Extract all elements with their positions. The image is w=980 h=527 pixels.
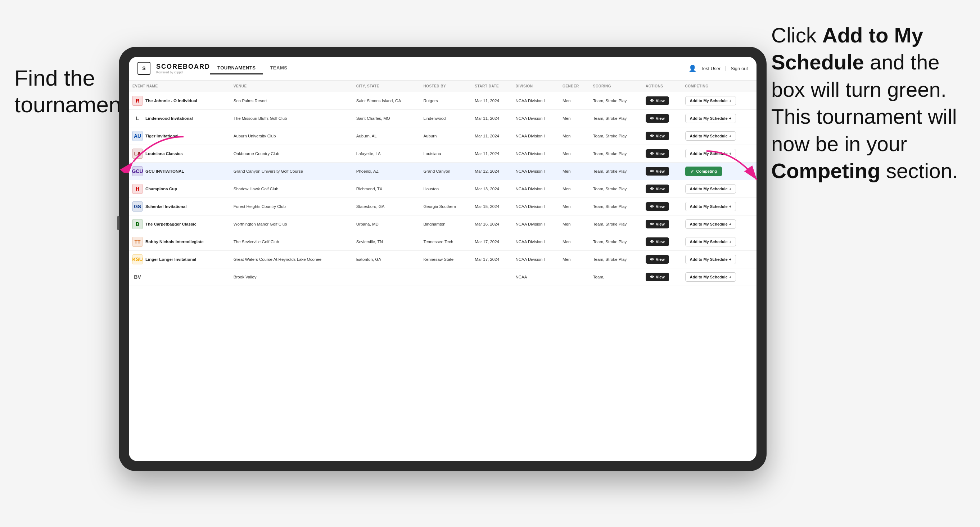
competing-button[interactable]: ✓ Competing: [685, 167, 722, 176]
table-row: B The Carpetbagger Classic Worthington M…: [129, 216, 757, 233]
tab-tournaments[interactable]: TOURNAMENTS: [210, 62, 263, 75]
add-to-schedule-button[interactable]: Add to My Schedule +: [685, 219, 737, 229]
event-cell-4: LA Louisiana Classics: [129, 145, 230, 163]
plus-icon: +: [729, 257, 731, 262]
add-to-schedule-button[interactable]: Add to My Schedule +: [685, 237, 737, 246]
add-to-schedule-button[interactable]: Add to My Schedule +: [685, 202, 737, 211]
competing-cell: Add to My Schedule +: [682, 216, 757, 233]
sign-out-link[interactable]: Sign out: [730, 66, 748, 71]
table-row: AU Tiger Invitational Auburn University …: [129, 127, 757, 145]
actions-cell: 👁 View: [642, 145, 681, 163]
competing-cell: Add to My Schedule +: [682, 145, 757, 163]
table-row: GCU GCU INVITATIONAL Grand Canyon Univer…: [129, 163, 757, 180]
view-button[interactable]: 👁 View: [646, 255, 669, 264]
scoring-cell: Team, Stroke Play: [590, 233, 642, 251]
check-icon: ✓: [690, 169, 694, 174]
view-button[interactable]: 👁 View: [646, 202, 669, 211]
actions-cell: 👁 View: [642, 233, 681, 251]
eye-icon: 👁: [650, 204, 654, 209]
hosted-by-cell: Tennessee Tech: [420, 233, 471, 251]
division-cell: NCAA Division I: [512, 180, 559, 198]
scoring-cell: Team,: [590, 268, 642, 286]
hosted-by-cell: Auburn: [420, 127, 471, 145]
venue-cell: Auburn University Club: [230, 127, 353, 145]
app-header: S SCOREBOARD Powered by clippd TOURNAMEN…: [129, 57, 757, 81]
venue-cell: The Sevierville Golf Club: [230, 233, 353, 251]
competing-cell: ✓ Competing: [682, 163, 757, 180]
hosted-by-cell: Rutgers: [420, 92, 471, 110]
view-button[interactable]: 👁 View: [646, 97, 669, 105]
view-button[interactable]: 👁 View: [646, 273, 669, 281]
view-button[interactable]: 👁 View: [646, 237, 669, 246]
division-cell: NCAA Division I: [512, 92, 559, 110]
eye-icon: 👁: [650, 134, 654, 138]
start-date-cell: Mar 12, 2024: [471, 163, 512, 180]
tab-teams[interactable]: TEAMS: [263, 62, 294, 75]
scoring-cell: Team, Stroke Play: [590, 110, 642, 127]
event-name: Champions Cup: [145, 187, 177, 191]
view-button[interactable]: 👁 View: [646, 149, 669, 158]
table-row: R The Johnnie - O Individual Sea Palms R…: [129, 92, 757, 110]
start-date-cell: Mar 11, 2024: [471, 127, 512, 145]
division-cell: NCAA Division I: [512, 251, 559, 268]
add-to-schedule-button[interactable]: Add to My Schedule +: [685, 96, 737, 105]
school-logo: B: [132, 219, 143, 229]
event-name: Linger Longer Invitational: [145, 257, 196, 262]
table-row: TT Bobby Nichols Intercollegiate The Sev…: [129, 233, 757, 251]
actions-cell: 👁 View: [642, 268, 681, 286]
view-button[interactable]: 👁 View: [646, 184, 669, 193]
add-to-schedule-button[interactable]: Add to My Schedule +: [685, 149, 737, 158]
competing-cell: Add to My Schedule +: [682, 251, 757, 268]
add-to-schedule-button[interactable]: Add to My Schedule +: [685, 272, 737, 282]
start-date-cell: [471, 268, 512, 286]
gender-cell: Men: [559, 233, 590, 251]
venue-cell: Oakbourne Country Club: [230, 145, 353, 163]
hosted-by-cell: Louisiana: [420, 145, 471, 163]
school-logo: GCU: [132, 166, 143, 176]
actions-cell: 👁 View: [642, 251, 681, 268]
plus-icon: +: [729, 240, 731, 244]
school-logo: H: [132, 184, 143, 194]
table-row: BV Brook ValleyNCAATeam, 👁 View Add to M…: [129, 268, 757, 286]
col-venue: VENUE: [230, 81, 353, 92]
eye-icon: 👁: [650, 151, 654, 156]
event-cell-11: BV: [129, 268, 230, 286]
add-to-schedule-button[interactable]: Add to My Schedule +: [685, 255, 737, 264]
table-row: KSU Linger Longer Invitational Great Wat…: [129, 251, 757, 268]
add-to-schedule-button[interactable]: Add to My Schedule +: [685, 184, 737, 194]
start-date-cell: Mar 11, 2024: [471, 92, 512, 110]
city-state-cell: Sevierville, TN: [353, 233, 420, 251]
add-to-schedule-button[interactable]: Add to My Schedule +: [685, 131, 737, 141]
competing-cell: Add to My Schedule +: [682, 198, 757, 216]
scoring-cell: Team, Stroke Play: [590, 251, 642, 268]
event-name: GCU INVITATIONAL: [145, 169, 184, 173]
venue-cell: Brook Valley: [230, 268, 353, 286]
venue-cell: Great Waters Course At Reynolds Lake Oco…: [230, 251, 353, 268]
city-state-cell: Eatonton, GA: [353, 251, 420, 268]
gender-cell: Men: [559, 110, 590, 127]
start-date-cell: Mar 13, 2024: [471, 180, 512, 198]
hosted-by-cell: Kennesaw State: [420, 251, 471, 268]
table-row: L Lindenwood Invitational The Missouri B…: [129, 110, 757, 127]
plus-icon: +: [729, 204, 731, 209]
school-logo: AU: [132, 131, 143, 141]
venue-cell: Worthington Manor Golf Club: [230, 216, 353, 233]
table-header: EVENT NAME VENUE CITY, STATE HOSTED BY S…: [129, 81, 757, 92]
gender-cell: Men: [559, 216, 590, 233]
view-button[interactable]: 👁 View: [646, 132, 669, 140]
col-actions: ACTIONS: [642, 81, 681, 92]
school-logo: L: [132, 113, 143, 124]
view-button[interactable]: 👁 View: [646, 220, 669, 229]
scoring-cell: Team, Stroke Play: [590, 127, 642, 145]
school-logo: BV: [132, 272, 143, 282]
competing-cell: Add to My Schedule +: [682, 110, 757, 127]
view-button[interactable]: 👁 View: [646, 114, 669, 123]
eye-icon: 👁: [650, 187, 654, 191]
view-button[interactable]: 👁 View: [646, 167, 669, 176]
city-state-cell: Urbana, MD: [353, 216, 420, 233]
city-state-cell: Saint Charles, MO: [353, 110, 420, 127]
eye-icon: 👁: [650, 275, 654, 279]
scoring-cell: Team, Stroke Play: [590, 163, 642, 180]
add-to-schedule-button[interactable]: Add to My Schedule +: [685, 114, 737, 123]
eye-icon: 👁: [650, 116, 654, 121]
